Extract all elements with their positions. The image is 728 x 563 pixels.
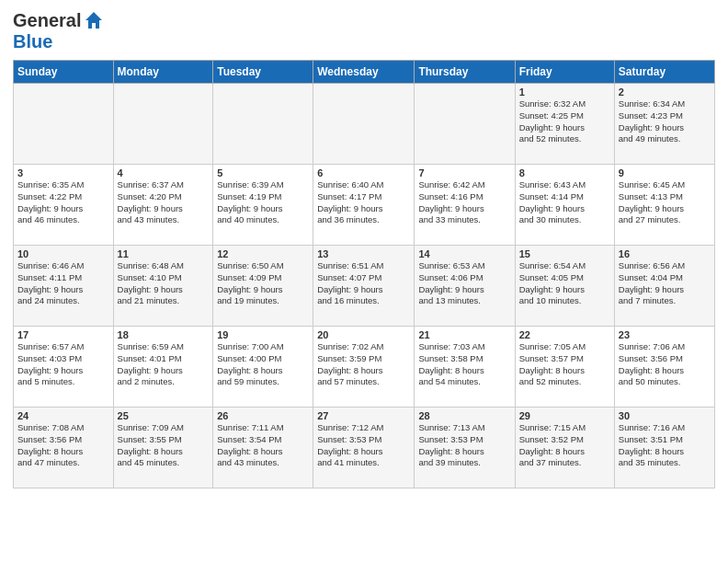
day-info: Sunrise: 6:34 AMSunset: 4:23 PMDaylight:… — [619, 98, 711, 145]
calendar-cell: 4Sunrise: 6:37 AMSunset: 4:20 PMDaylight… — [113, 165, 213, 246]
calendar-week-4: 24Sunrise: 7:08 AMSunset: 3:56 PMDayligh… — [14, 408, 715, 488]
day-info: Sunrise: 7:09 AMSunset: 3:55 PMDaylight:… — [118, 422, 210, 469]
calendar-cell: 5Sunrise: 6:39 AMSunset: 4:19 PMDaylight… — [213, 165, 313, 246]
day-number: 12 — [217, 248, 309, 259]
day-number: 5 — [217, 167, 309, 178]
day-number: 6 — [317, 167, 410, 178]
calendar-cell: 23Sunrise: 7:06 AMSunset: 3:56 PMDayligh… — [614, 327, 714, 408]
calendar-cell: 19Sunrise: 7:00 AMSunset: 4:00 PMDayligh… — [213, 327, 313, 408]
day-info: Sunrise: 6:42 AMSunset: 4:16 PMDaylight:… — [418, 179, 510, 226]
calendar-header-wednesday: Wednesday — [313, 61, 415, 84]
day-number: 19 — [217, 329, 309, 340]
day-number: 29 — [519, 410, 610, 421]
calendar-cell: 1Sunrise: 6:32 AMSunset: 4:25 PMDaylight… — [515, 84, 614, 165]
logo: GeneralBlue — [13, 9, 105, 52]
day-info: Sunrise: 6:35 AMSunset: 4:22 PMDaylight:… — [17, 179, 109, 226]
day-number: 13 — [317, 248, 410, 259]
day-info: Sunrise: 6:32 AMSunset: 4:25 PMDaylight:… — [519, 98, 610, 145]
calendar-cell — [313, 84, 415, 165]
calendar-cell: 13Sunrise: 6:51 AMSunset: 4:07 PMDayligh… — [313, 246, 415, 327]
day-info: Sunrise: 6:45 AMSunset: 4:13 PMDaylight:… — [619, 179, 711, 226]
calendar-cell: 18Sunrise: 6:59 AMSunset: 4:01 PMDayligh… — [113, 327, 213, 408]
calendar-cell: 14Sunrise: 6:53 AMSunset: 4:06 PMDayligh… — [415, 246, 515, 327]
calendar-cell: 6Sunrise: 6:40 AMSunset: 4:17 PMDaylight… — [313, 165, 415, 246]
calendar-cell: 24Sunrise: 7:08 AMSunset: 3:56 PMDayligh… — [14, 408, 114, 488]
day-number: 17 — [17, 329, 109, 340]
calendar-header-friday: Friday — [515, 61, 614, 84]
day-number: 21 — [418, 329, 510, 340]
day-info: Sunrise: 6:46 AMSunset: 4:11 PMDaylight:… — [17, 260, 109, 307]
day-number: 25 — [118, 410, 210, 421]
day-number: 11 — [118, 248, 210, 259]
calendar-header-sunday: Sunday — [14, 61, 114, 84]
calendar-cell: 28Sunrise: 7:13 AMSunset: 3:53 PMDayligh… — [415, 408, 515, 488]
calendar-cell — [14, 84, 114, 165]
calendar-cell: 2Sunrise: 6:34 AMSunset: 4:23 PMDaylight… — [614, 84, 714, 165]
day-number: 9 — [619, 167, 711, 178]
calendar-header-monday: Monday — [113, 61, 213, 84]
day-info: Sunrise: 6:54 AMSunset: 4:05 PMDaylight:… — [519, 260, 610, 307]
day-number: 20 — [317, 329, 410, 340]
day-info: Sunrise: 6:39 AMSunset: 4:19 PMDaylight:… — [217, 179, 309, 226]
calendar-cell: 11Sunrise: 6:48 AMSunset: 4:10 PMDayligh… — [113, 246, 213, 327]
day-info: Sunrise: 7:11 AMSunset: 3:54 PMDaylight:… — [217, 422, 309, 469]
calendar-week-2: 10Sunrise: 6:46 AMSunset: 4:11 PMDayligh… — [14, 246, 715, 327]
day-info: Sunrise: 6:50 AMSunset: 4:09 PMDaylight:… — [217, 260, 309, 307]
calendar-cell: 21Sunrise: 7:03 AMSunset: 3:58 PMDayligh… — [415, 327, 515, 408]
calendar-cell: 20Sunrise: 7:02 AMSunset: 3:59 PMDayligh… — [313, 327, 415, 408]
logo-blue: Blue — [13, 31, 52, 52]
header: GeneralBlue — [13, 9, 715, 52]
day-info: Sunrise: 6:43 AMSunset: 4:14 PMDaylight:… — [519, 179, 610, 226]
day-number: 15 — [519, 248, 610, 259]
calendar-header-row: SundayMondayTuesdayWednesdayThursdayFrid… — [14, 61, 715, 84]
calendar-table: SundayMondayTuesdayWednesdayThursdayFrid… — [13, 60, 715, 488]
day-number: 10 — [17, 248, 109, 259]
calendar-cell: 3Sunrise: 6:35 AMSunset: 4:22 PMDaylight… — [14, 165, 114, 246]
calendar-cell: 29Sunrise: 7:15 AMSunset: 3:52 PMDayligh… — [515, 408, 614, 488]
calendar-header-saturday: Saturday — [614, 61, 714, 84]
day-info: Sunrise: 7:02 AMSunset: 3:59 PMDaylight:… — [317, 341, 410, 388]
calendar-cell: 15Sunrise: 6:54 AMSunset: 4:05 PMDayligh… — [515, 246, 614, 327]
calendar-cell: 8Sunrise: 6:43 AMSunset: 4:14 PMDaylight… — [515, 165, 614, 246]
calendar-cell: 17Sunrise: 6:57 AMSunset: 4:03 PMDayligh… — [14, 327, 114, 408]
day-number: 16 — [619, 248, 711, 259]
day-info: Sunrise: 6:59 AMSunset: 4:01 PMDaylight:… — [118, 341, 210, 388]
day-info: Sunrise: 6:56 AMSunset: 4:04 PMDaylight:… — [619, 260, 711, 307]
day-info: Sunrise: 7:13 AMSunset: 3:53 PMDaylight:… — [418, 422, 510, 469]
calendar-cell: 16Sunrise: 6:56 AMSunset: 4:04 PMDayligh… — [614, 246, 714, 327]
day-info: Sunrise: 6:37 AMSunset: 4:20 PMDaylight:… — [118, 179, 210, 226]
calendar-cell: 12Sunrise: 6:50 AMSunset: 4:09 PMDayligh… — [213, 246, 313, 327]
day-number: 18 — [118, 329, 210, 340]
calendar-cell — [213, 84, 313, 165]
calendar-cell: 26Sunrise: 7:11 AMSunset: 3:54 PMDayligh… — [213, 408, 313, 488]
day-info: Sunrise: 7:05 AMSunset: 3:57 PMDaylight:… — [519, 341, 610, 388]
calendar-week-0: 1Sunrise: 6:32 AMSunset: 4:25 PMDaylight… — [14, 84, 715, 165]
day-info: Sunrise: 7:08 AMSunset: 3:56 PMDaylight:… — [17, 422, 109, 469]
day-number: 2 — [619, 86, 711, 98]
page: GeneralBlue SundayMondayTuesdayWednesday… — [0, 0, 728, 563]
calendar-cell: 25Sunrise: 7:09 AMSunset: 3:55 PMDayligh… — [113, 408, 213, 488]
day-number: 24 — [17, 410, 109, 421]
logo-general: General — [13, 10, 81, 31]
day-number: 8 — [519, 167, 610, 178]
calendar-header-tuesday: Tuesday — [213, 61, 313, 84]
day-info: Sunrise: 7:00 AMSunset: 4:00 PMDaylight:… — [217, 341, 309, 388]
calendar-cell: 9Sunrise: 6:45 AMSunset: 4:13 PMDaylight… — [614, 165, 714, 246]
day-info: Sunrise: 6:53 AMSunset: 4:06 PMDaylight:… — [418, 260, 510, 307]
day-number: 22 — [519, 329, 610, 340]
day-info: Sunrise: 7:15 AMSunset: 3:52 PMDaylight:… — [519, 422, 610, 469]
day-number: 14 — [418, 248, 510, 259]
day-number: 23 — [619, 329, 711, 340]
day-info: Sunrise: 7:12 AMSunset: 3:53 PMDaylight:… — [317, 422, 410, 469]
calendar-week-3: 17Sunrise: 6:57 AMSunset: 4:03 PMDayligh… — [14, 327, 715, 408]
calendar-cell: 30Sunrise: 7:16 AMSunset: 3:51 PMDayligh… — [614, 408, 714, 488]
day-number: 27 — [317, 410, 410, 421]
logo-icon — [83, 9, 105, 31]
day-number: 28 — [418, 410, 510, 421]
calendar-cell: 22Sunrise: 7:05 AMSunset: 3:57 PMDayligh… — [515, 327, 614, 408]
day-info: Sunrise: 6:57 AMSunset: 4:03 PMDaylight:… — [17, 341, 109, 388]
day-info: Sunrise: 7:03 AMSunset: 3:58 PMDaylight:… — [418, 341, 510, 388]
day-number: 1 — [519, 86, 610, 98]
calendar-header-thursday: Thursday — [415, 61, 515, 84]
calendar-cell: 7Sunrise: 6:42 AMSunset: 4:16 PMDaylight… — [415, 165, 515, 246]
